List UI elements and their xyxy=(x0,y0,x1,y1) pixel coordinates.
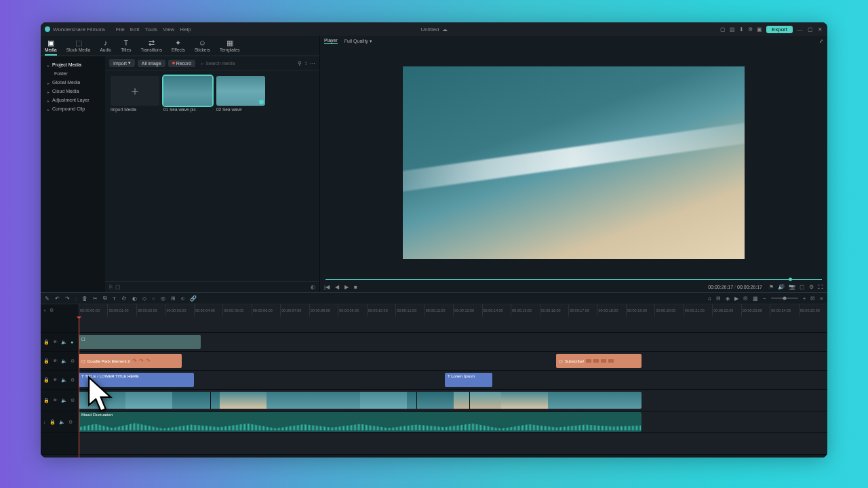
eye-icon[interactable]: 👁 xyxy=(53,378,58,382)
clip-audio-music[interactable]: Mood Fluctuation xyxy=(79,412,642,432)
view-mode-icon[interactable]: ◐ xyxy=(311,284,315,290)
tree-global[interactable]: Global Media xyxy=(42,78,104,87)
tree-project[interactable]: Project Media xyxy=(42,60,104,69)
tab-effects[interactable]: ✦Effects xyxy=(172,39,185,56)
scrub-bar[interactable] xyxy=(326,277,822,282)
tree-compound[interactable]: Compound Clip xyxy=(42,104,104,113)
tab-stock[interactable]: ⬚Stock Media xyxy=(66,39,91,56)
menu-tools[interactable]: Tools xyxy=(144,26,157,33)
tracks-add-icon[interactable]: + xyxy=(43,308,46,313)
play-icon[interactable]: ▶ xyxy=(344,284,349,290)
tl-redo-icon[interactable]: ↷ xyxy=(65,296,70,302)
settings-icon[interactable]: ⚙ xyxy=(748,26,753,33)
time-ruler[interactable]: 00:00:00:0000:00:01:0000:00:02:0000:00:0… xyxy=(79,304,827,317)
settings-icon[interactable]: ⚙ xyxy=(71,359,75,364)
prev-frame-icon[interactable]: |◀ xyxy=(324,284,330,290)
tl-mixer-icon[interactable]: ♫ xyxy=(707,296,711,302)
back-icon[interactable]: ◀ xyxy=(335,284,339,290)
mute-icon[interactable]: 🔈 xyxy=(61,398,67,403)
settings-icon[interactable]: ⚙ xyxy=(68,420,73,425)
all-image-button[interactable]: All image xyxy=(138,60,165,67)
tl-settings-icon[interactable]: ≡ xyxy=(820,296,823,302)
tl-key-icon[interactable]: ◇ xyxy=(142,296,146,302)
tl-undo-icon[interactable]: ↶ xyxy=(55,296,60,302)
folder-out-icon[interactable]: ⎘ xyxy=(109,284,113,290)
tl-text-icon[interactable]: T xyxy=(113,296,116,302)
export-button[interactable]: Export xyxy=(766,26,793,33)
download-icon[interactable]: ⬇ xyxy=(739,26,744,33)
eye-icon[interactable]: 👁 xyxy=(53,359,58,363)
tl-group-icon[interactable]: ⊞ xyxy=(171,296,176,302)
marker-icon[interactable]: ⚑ xyxy=(769,284,774,290)
media-thumb-2[interactable] xyxy=(216,76,265,106)
color-dot-icon[interactable]: ● xyxy=(71,340,73,344)
clip-title-lorem[interactable]: T Lorem Ipsum xyxy=(445,373,492,387)
playhead[interactable] xyxy=(79,317,79,458)
tl-fit-icon[interactable]: ⊡ xyxy=(810,296,815,302)
close-icon[interactable]: ✕ xyxy=(817,26,823,33)
tab-transitions[interactable]: ⇄Transitions xyxy=(140,39,162,56)
sort-icon[interactable]: ↕ xyxy=(304,60,307,66)
zoom-slider[interactable] xyxy=(771,298,798,299)
tl-color-icon[interactable]: ◐ xyxy=(132,296,137,302)
menu-help[interactable]: Help xyxy=(180,26,191,33)
video-preview[interactable] xyxy=(403,66,745,259)
mute-icon[interactable]: 🔈 xyxy=(61,359,67,364)
lock-icon[interactable]: 🔒 xyxy=(43,340,50,345)
tab-stickers[interactable]: ☺Stickers xyxy=(195,39,210,56)
tab-titles[interactable]: TTitles xyxy=(121,39,131,56)
tracks-config-icon[interactable]: ⚙ xyxy=(50,308,54,313)
layout2-icon[interactable]: ▤ xyxy=(730,26,735,33)
tl-speed-icon[interactable]: ⏱ xyxy=(121,296,127,302)
tl-marker2-icon[interactable]: ◈ xyxy=(726,296,730,302)
audio-icon[interactable]: ♪ xyxy=(43,420,46,424)
tl-mask-icon[interactable]: ○ xyxy=(152,296,155,302)
tl-edit-icon[interactable]: ✎ xyxy=(45,296,50,302)
tl-render-icon[interactable]: ▶ xyxy=(734,296,738,302)
tl-zoomout-icon[interactable]: − xyxy=(763,296,766,302)
snapshot-icon[interactable]: 📷 xyxy=(789,284,795,290)
minimize-icon[interactable]: — xyxy=(797,26,803,33)
filter-icon[interactable]: ⚲ xyxy=(298,60,302,66)
tree-cloud[interactable]: Cloud Media xyxy=(42,87,104,96)
mute-icon[interactable]: 🔈 xyxy=(61,378,67,383)
settings-icon[interactable]: ⚙ xyxy=(71,398,75,403)
clip-video-main[interactable] xyxy=(79,392,642,409)
media-thumb-1[interactable] xyxy=(163,76,212,106)
folder-icon[interactable]: ▢ xyxy=(115,284,121,290)
search-input[interactable]: ⌕Search media xyxy=(198,60,295,67)
lock-icon[interactable]: 🔒 xyxy=(50,420,56,425)
notify-icon[interactable]: ▣ xyxy=(757,26,762,33)
tl-align-icon[interactable]: ⊟ xyxy=(716,296,721,302)
maximize-icon[interactable]: ▢ xyxy=(807,26,813,33)
eye-icon[interactable]: 👁 xyxy=(53,340,58,344)
menu-file[interactable]: File xyxy=(116,26,125,33)
lock-icon[interactable]: 🔒 xyxy=(43,359,50,364)
popout-icon[interactable]: ⤢ xyxy=(819,39,823,44)
tl-view-icon[interactable]: ▦ xyxy=(753,296,758,302)
settings-icon[interactable]: ⚙ xyxy=(71,378,75,383)
import-media-card[interactable]: ＋ xyxy=(111,76,159,106)
tl-split-icon[interactable]: ✂ xyxy=(93,296,98,302)
tl-snap-icon[interactable]: ⊡ xyxy=(743,296,748,302)
clip-adjustment[interactable]: ▢ xyxy=(79,335,201,349)
menu-edit[interactable]: Edit xyxy=(130,26,140,33)
menu-view[interactable]: View xyxy=(163,26,174,33)
layout-icon[interactable]: ▢ xyxy=(720,26,726,33)
settings2-icon[interactable]: ⚙ xyxy=(809,284,814,290)
record-button[interactable]: Record xyxy=(168,60,196,67)
tab-audio[interactable]: ♪Audio xyxy=(100,39,112,56)
clip-effect-doodle[interactable]: ▢ Doodle Pack Element 2↷↷↷ xyxy=(79,354,182,368)
tl-zoomin-icon[interactable]: + xyxy=(803,296,806,302)
eye-icon[interactable]: 👁 xyxy=(53,398,58,403)
tree-adjustment[interactable]: Adjustment Layer xyxy=(42,96,104,104)
tl-adjust-icon[interactable]: ◎ xyxy=(161,296,165,302)
import-button[interactable]: Import▾ xyxy=(109,59,135,67)
tab-templates[interactable]: ▦Templates xyxy=(220,39,240,56)
ratio-icon[interactable]: ▢ xyxy=(800,284,805,290)
tree-folder[interactable]: Folder xyxy=(42,69,104,78)
lock-icon[interactable]: 🔒 xyxy=(43,398,50,403)
mute-icon[interactable]: 🔈 xyxy=(59,420,65,425)
tab-media[interactable]: ▣Media xyxy=(45,39,57,56)
tl-link-icon[interactable]: 🔗 xyxy=(190,296,197,302)
